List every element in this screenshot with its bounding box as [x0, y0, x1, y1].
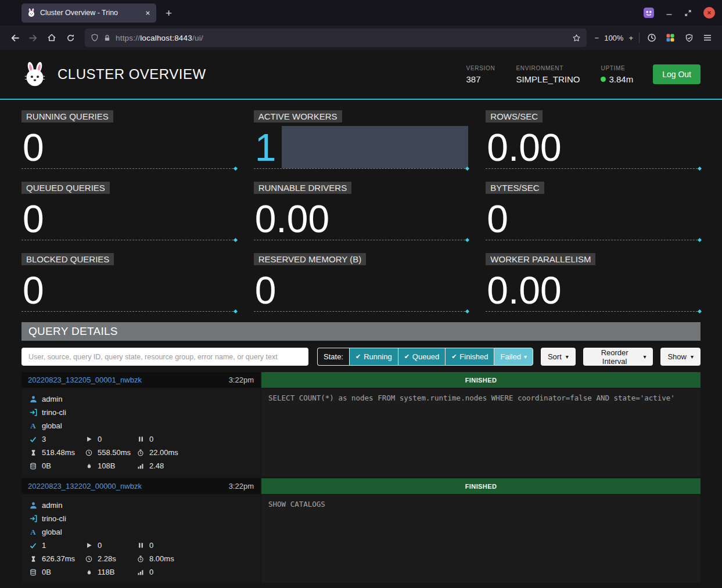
query-time: 3:22pm	[229, 482, 254, 490]
stat-tile-value: 0	[21, 269, 44, 311]
state-filter-finished[interactable]: ✔Finished	[445, 348, 494, 366]
cpu-time-icon	[137, 449, 145, 456]
caret-down-icon: ▾	[691, 353, 694, 360]
sparkline	[50, 269, 236, 311]
sparkline-marker	[465, 167, 469, 171]
zoom-out-button[interactable]: −	[595, 34, 599, 42]
user-icon	[29, 395, 37, 403]
sparkline-marker	[465, 238, 469, 242]
current-memory-value: 0B	[42, 568, 51, 576]
lock-icon[interactable]	[103, 34, 111, 42]
home-icon[interactable]	[43, 29, 60, 46]
queued-splits-icon	[137, 436, 145, 442]
bookmark-star-icon[interactable]	[572, 34, 581, 42]
url-bar[interactable]: https://localhost:8443/ui/	[85, 28, 587, 47]
uptime-value: 3.84m	[609, 74, 633, 84]
history-icon[interactable]	[643, 29, 660, 46]
zoom-level[interactable]: 100%	[604, 34, 623, 42]
extension-icon[interactable]	[644, 8, 654, 18]
stat-tile-running-queries: RUNNING QUERIES 0	[21, 110, 236, 169]
stat-tile-worker-parallelism: WORKER PARALLELISM 0.00	[486, 253, 701, 312]
cpu-time-value: 8.00ms	[149, 554, 174, 563]
environment-info: ENVIRONMENT SIMPLE_TRINO	[516, 65, 580, 84]
cluster-header: CLUSTER OVERVIEW VERSION 387 ENVIRONMENT…	[0, 50, 722, 99]
query-id-link[interactable]: 20220823_132205_00001_nwbzk	[28, 376, 142, 384]
stat-tile-label: RUNNABLE DRIVERS	[254, 182, 352, 194]
stat-tile-label: ACTIVE WORKERS	[254, 110, 342, 122]
state-filter-running[interactable]: ✔Running	[349, 348, 398, 366]
query-id-link[interactable]: 20220823_132202_00000_nwbzk	[28, 482, 142, 490]
stat-tile-blocked-queries: BLOCKED QUERIES 0	[21, 253, 236, 312]
query-source: trino-cli	[42, 514, 66, 523]
state-filter-label: State:	[317, 348, 349, 366]
show-dropdown[interactable]: Show▾	[660, 348, 701, 366]
cumulative-memory-value: 2.48	[149, 461, 164, 470]
page-title: CLUSTER OVERVIEW	[58, 66, 206, 82]
completed-splits-icon	[29, 542, 37, 549]
completed-splits-icon	[29, 436, 37, 443]
query-user: admin	[42, 395, 62, 403]
protections-shield-icon[interactable]	[680, 29, 698, 46]
extensions-icon[interactable]	[662, 29, 679, 46]
state-filter-group: State: ✔Running ✔Queued ✔Finished Failed…	[317, 348, 533, 366]
peak-memory-value: 108B	[98, 461, 115, 470]
tab-close-icon[interactable]	[145, 10, 151, 16]
browser-tab-bar: Cluster Overview - Trino +	[0, 0, 722, 26]
wall-time-value: 518.48ms	[42, 448, 75, 457]
reload-icon[interactable]	[62, 29, 79, 46]
browser-tab[interactable]: Cluster Overview - Trino	[21, 3, 156, 23]
tracking-shield-icon[interactable]	[91, 34, 99, 42]
stat-tile-value: 0	[21, 126, 44, 168]
forward-icon[interactable]	[24, 29, 42, 46]
query-meta-panel: admin trino-cli Aglobal 3 0 0 518.48ms 5…	[21, 388, 260, 477]
query-details-section: QUERY DETAILS State: ✔Running ✔Queued ✔F…	[21, 322, 701, 583]
trino-logo[interactable]	[21, 61, 48, 88]
url-host: localhost:8443	[140, 34, 192, 42]
sparkline	[50, 126, 236, 168]
source-icon	[29, 409, 37, 416]
logout-button[interactable]: Log Out	[653, 64, 701, 84]
running-splits-value: 0	[98, 435, 102, 443]
version-value: 387	[466, 74, 495, 84]
source-icon	[29, 515, 37, 522]
query-meta-panel: admin trino-cli Aglobal 1 0 0 626.37ms 2…	[21, 495, 260, 583]
stat-tile-reserved-memory: RESERVED MEMORY (B) 0	[254, 253, 469, 312]
stat-tile-value: 0	[21, 197, 44, 240]
sparkline-marker	[234, 238, 238, 242]
window-maximize-button[interactable]	[684, 9, 692, 17]
url-text[interactable]: https://localhost:8443/ui/	[116, 34, 567, 42]
stat-tile-label: QUEUED QUERIES	[21, 182, 110, 194]
state-filter-failed-dropdown[interactable]: Failed▾	[494, 348, 533, 366]
query-search-input[interactable]	[21, 348, 308, 366]
peak-memory-icon	[85, 569, 93, 576]
wall-time-value: 626.37ms	[42, 554, 75, 563]
menu-hamburger-icon[interactable]	[699, 29, 716, 46]
query-details-title: QUERY DETAILS	[21, 322, 701, 341]
elapsed-time-value: 2.28s	[98, 554, 116, 563]
state-filter-queued[interactable]: ✔Queued	[398, 348, 445, 366]
stat-tile-rows-sec: ROWS/SEC 0.00	[486, 110, 701, 169]
queued-splits-value: 0	[149, 435, 153, 443]
sort-dropdown[interactable]: Sort▾	[541, 348, 576, 366]
stat-tile-active-workers: ACTIVE WORKERS 1	[254, 110, 469, 169]
window-close-button[interactable]	[703, 7, 715, 19]
uptime-status-dot	[601, 77, 606, 82]
sparkline	[282, 126, 468, 168]
reorder-interval-dropdown[interactable]: Reorder Interval▾	[583, 348, 653, 366]
zoom-in-button[interactable]: +	[628, 34, 633, 42]
window-minimize-button[interactable]	[666, 9, 673, 16]
resource-group-icon: A	[29, 421, 37, 431]
stat-tile-value: 0	[486, 197, 508, 240]
peak-memory-icon	[85, 463, 93, 470]
caret-down-icon: ▾	[524, 353, 527, 360]
query-text: SHOW CATALOGS	[261, 495, 701, 583]
sparkline-marker	[234, 167, 238, 171]
stat-tile-value: 1	[254, 126, 276, 168]
elapsed-time-value: 558.50ms	[98, 448, 131, 457]
back-icon[interactable]	[6, 29, 23, 46]
queued-splits-icon	[137, 542, 145, 549]
resource-group-icon: A	[29, 528, 37, 537]
version-info: VERSION 387	[466, 65, 495, 84]
new-tab-button[interactable]: +	[166, 8, 172, 19]
elapsed-time-icon	[85, 555, 93, 562]
